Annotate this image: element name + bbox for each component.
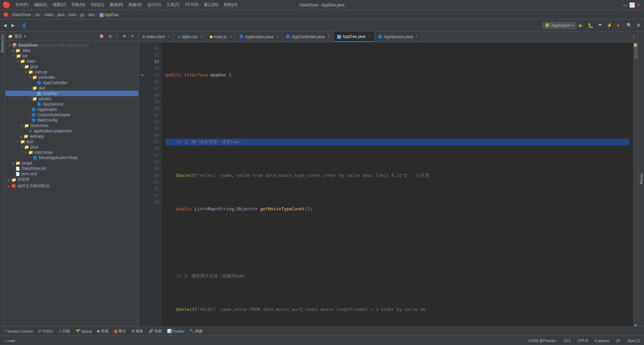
tab-appcontroller-java[interactable]: 🔵 AppController.java ✕ <box>282 31 334 42</box>
tree-close[interactable]: ✕ <box>129 33 136 40</box>
tree-item-webapp[interactable]: ▶ 📁 webapp <box>5 134 139 139</box>
close-tab-icon[interactable]: ✕ <box>416 35 418 39</box>
status-indent[interactable]: 4 spaces <box>593 338 611 343</box>
close-button[interactable]: ✕ <box>636 2 641 8</box>
tree-item-appdao[interactable]: I AppDao <box>5 91 139 96</box>
tree-item-controller[interactable]: ▼ 📁 controller <box>5 75 139 80</box>
tree-item-comyy[interactable]: ▼ 📁 com.yy <box>5 69 139 75</box>
left-tool-bookmarks[interactable]: Bookmarks <box>0 33 5 54</box>
menu-refactor[interactable]: 重构(R) <box>107 1 126 8</box>
toolbar-back[interactable]: ◀ <box>1 21 9 30</box>
tree-item-idea[interactable]: ▶ 📁 .idea <box>5 48 139 53</box>
tree-item-main[interactable]: ▼ 📁 main <box>5 59 139 64</box>
menu-edit[interactable]: 编辑(E) <box>31 1 50 8</box>
breadcrumb-src[interactable]: src <box>35 12 40 17</box>
tree-item-temp[interactable]: ▶ 🔴 临时文件和控制台 <box>5 183 139 189</box>
stop-button[interactable]: ■ <box>615 21 622 30</box>
bottom-tab-spring[interactable]: 🌱 Spring <box>73 327 95 336</box>
close-tab-icon[interactable]: ✕ <box>229 35 232 39</box>
tree-item-src[interactable]: ▼ 📁 src <box>5 53 139 59</box>
tree-item-dao[interactable]: ▼ 📁 dao <box>5 85 139 91</box>
tree-item-resources[interactable]: ▼ 📁 resources <box>5 123 139 128</box>
breadcrumb-appdao[interactable]: IAppDao <box>99 12 119 17</box>
toolbar-profile[interactable]: 👤 <box>20 21 29 30</box>
tree-item-pom[interactable]: 📄 pom.xml <box>5 171 139 177</box>
sort-toggle[interactable]: ↕ <box>114 33 120 40</box>
close-tab-icon[interactable]: ✕ <box>368 34 371 38</box>
right-tool-bigdata[interactable]: Big Data Tools <box>638 164 639 194</box>
status-vcs[interactable]: ⑂ main <box>3 338 17 343</box>
tab-appdao-java[interactable]: I AppDao.java ✕ <box>334 31 375 42</box>
code-content[interactable]: public interface AppDao { // 1、热门电影类型（类型… <box>162 42 633 326</box>
menu-file[interactable]: 文件(F) <box>13 1 31 8</box>
bottom-tab-breakpoints[interactable]: ⬤ 断点 <box>111 327 129 336</box>
tree-item-appservice[interactable]: 🔵 AppService <box>5 101 139 107</box>
menu-vcs[interactable]: VCS(S) <box>182 1 201 8</box>
bottom-tab-profiler[interactable]: 📊 Profiler <box>164 327 187 336</box>
minimize-button[interactable]: — <box>623 2 628 8</box>
tree-item-datashow[interactable]: ▼ 📦 DataShow D:\rtsy\bysj\7738-code\Data… <box>5 43 139 48</box>
run-button[interactable]: ▶ <box>577 21 585 30</box>
menu-build[interactable]: 构建(B) <box>126 1 145 8</box>
collapse-all[interactable]: ⊟ <box>107 33 114 40</box>
status-lf[interactable]: LF <box>615 338 622 343</box>
right-tool-maven[interactable]: Maven <box>639 170 644 187</box>
tab-style-css[interactable]: ◼ style.css ✕ <box>174 31 206 42</box>
breadcrumb-yy[interactable]: yy <box>80 12 84 17</box>
close-tab-icon[interactable]: ✕ <box>200 35 203 39</box>
bottom-tab-dependencies[interactable]: 🔗 依赖 <box>146 327 164 336</box>
bottom-tab-services[interactable]: ⚙ 服务 <box>129 327 146 336</box>
close-tab-icon[interactable]: ✕ <box>276 35 279 39</box>
coverage-button[interactable]: ☂ <box>596 21 604 30</box>
menu-navigate[interactable]: 导航(N) <box>69 1 88 8</box>
profile-button[interactable]: ⚡ <box>605 21 614 30</box>
menu-run[interactable]: 运行(U) <box>145 1 164 8</box>
tab-application-java[interactable]: 🔵 Application.java ✕ <box>236 31 282 42</box>
tree-item-properties[interactable]: ⚙ application.properties <box>5 128 139 134</box>
menu-help[interactable]: 帮助(H) <box>221 1 240 8</box>
scroll-thumb[interactable] <box>634 46 638 59</box>
breadcrumb-dao[interactable]: dao <box>88 12 95 17</box>
tree-item-moveapptests[interactable]: 🔵 MoveApplicationTests <box>5 155 139 160</box>
status-java[interactable]: Java 11 <box>626 338 641 343</box>
settings-toolbar[interactable]: ⚙ <box>635 21 643 30</box>
locate-file[interactable]: 🎯 <box>97 33 106 40</box>
scroll-down-button[interactable]: ▼ <box>633 322 638 326</box>
debug-button[interactable]: 🐛 <box>586 21 595 30</box>
tree-item-appcontroller[interactable]: 🔵 AppController <box>5 80 139 85</box>
tree-item-java[interactable]: ▼ 📁 java <box>5 64 139 69</box>
tree-settings[interactable]: ⚙ <box>121 33 128 40</box>
tree-item-service[interactable]: ▼ 📁 service <box>5 96 139 101</box>
code-editor[interactable]: ▶ 11 12 13 14 15 16 17 18 19 20 21 22 23… <box>139 42 638 326</box>
toolbar-forward[interactable]: ▶ <box>9 21 17 30</box>
breadcrumb-com[interactable]: com <box>68 12 76 17</box>
tabs-more-button[interactable]: ⋮ <box>629 34 638 40</box>
status-encoding[interactable]: UTF-8 <box>576 338 589 343</box>
breadcrumb-java[interactable]: java <box>57 12 64 17</box>
tree-item-iml[interactable]: 📄 DataShow.iml <box>5 166 139 171</box>
maximize-button[interactable]: ⬜ <box>629 2 635 8</box>
tree-item-test[interactable]: ▼ 📁 test <box>5 139 139 144</box>
bottom-tab-build[interactable]: 🔨 构建 <box>187 327 205 336</box>
tree-item-external-libs[interactable]: ▶ 📁 外部库 <box>5 177 139 183</box>
tab-index-html[interactable]: ◼ index.html ✕ <box>139 31 174 42</box>
bottom-tab-todo[interactable]: ☑ TODO <box>35 327 56 336</box>
run-config-selector[interactable]: 🟢 Application ▾ <box>543 22 576 29</box>
tab-main-js[interactable]: ◼ main.js ✕ <box>206 31 236 42</box>
tree-item-custominterceptor[interactable]: 🔵 CustomInterceptor <box>5 112 139 118</box>
tree-item-target[interactable]: ▶ 📁 target <box>5 160 139 166</box>
menu-window[interactable]: 窗口(W) <box>201 1 221 8</box>
breadcrumb-datashow[interactable]: DataShow <box>12 12 31 17</box>
bottom-tab-issues[interactable]: ⚠ 问题 <box>56 327 73 336</box>
bottom-tab-terminal[interactable]: ▶ 终端 <box>95 327 111 336</box>
scroll-up-button[interactable]: ▲ <box>633 42 638 46</box>
bottom-tab-vcs[interactable]: ⑂ Version Control <box>1 327 35 336</box>
tree-item-commove[interactable]: ▼ 📁 com.move <box>5 150 139 155</box>
close-tab-icon[interactable]: ✕ <box>327 35 330 39</box>
tree-item-webconfig[interactable]: 🔵 WebConfig <box>5 118 139 123</box>
menu-code[interactable]: 代码(C) <box>88 1 107 8</box>
breadcrumb-main[interactable]: main <box>44 12 53 17</box>
close-tab-icon[interactable]: ✕ <box>168 35 170 39</box>
menu-view[interactable]: 视图(V) <box>50 1 69 8</box>
status-line-col[interactable]: 13:1 <box>562 338 572 343</box>
